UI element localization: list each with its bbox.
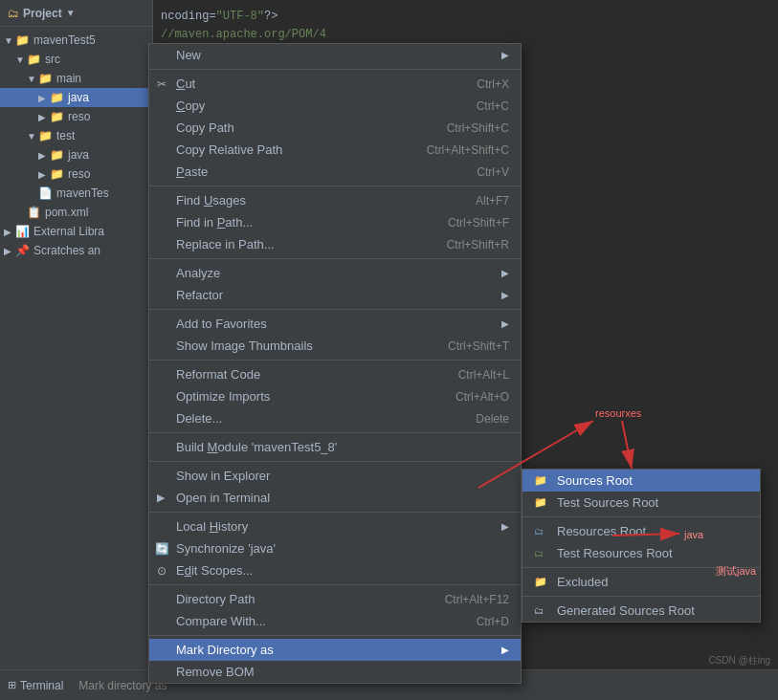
menu-item-show-explorer[interactable]: Show in Explorer [149,465,521,487]
menu-item-open-terminal[interactable]: ▶ Open in Terminal [149,487,521,509]
delete-shortcut: Delete [476,412,509,426]
tree-item-resources[interactable]: ▶ 📁 reso [0,107,152,126]
watermark-text: CSDN @柱ing [708,655,770,666]
submenu-item-sources-root[interactable]: 📁 Sources Root [522,470,760,492]
tree-item-java-test[interactable]: ▶ 📁 java [0,145,152,164]
menu-item-directory-path-label: Directory Path [176,592,255,606]
menu-arrow-new: ▶ [501,50,509,60]
menu-item-copy-path-label: Copy Path [176,120,234,135]
separator-7 [149,461,521,462]
submenu-separator-1 [522,516,760,517]
menu-item-delete[interactable]: Delete... Delete [149,407,521,429]
menu-item-remove-bom-label: Remove BOM [176,665,255,679]
sidebar-panel: 🗂 Project ▼ ▼ 📁 mavenTest5 ▼ 📁 [0,0,153,700]
separator-2 [149,186,521,186]
copy-shortcut: Ctrl+C [477,99,509,113]
menu-item-copy[interactable]: Copy Ctrl+C [149,95,521,117]
submenu-sources-root-label: Sources Root [557,473,633,488]
menu-item-delete-label: Delete... [176,411,222,426]
generated-sources-icon: 🗂 [534,605,549,616]
submenu-item-test-resources[interactable]: 🗂 Test Resources Root [522,542,760,564]
menu-item-local-history[interactable]: Local History ▶ [149,515,521,537]
menu-item-optimize-imports[interactable]: Optimize Imports Ctrl+Alt+O [149,385,521,407]
terminal-label: Terminal [20,679,63,692]
menu-item-find-usages[interactable]: Find Usages Alt+F7 [149,189,521,211]
menu-item-new[interactable]: New ▶ [149,44,521,66]
menu-item-copy-path[interactable]: Copy Path Ctrl+Shift+C [149,117,521,139]
terminal-icon-bottom: ⊞ [8,679,16,691]
menu-item-open-terminal-label: Open in Terminal [176,491,270,505]
menu-item-reformat-label: Reformat Code [176,367,260,382]
dropdown-icon: ▼ [66,8,76,18]
separator-10 [149,635,521,636]
menu-item-analyze[interactable]: Analyze ▶ [149,262,521,284]
tree-item-main[interactable]: ▼ 📁 main [0,69,152,88]
menu-item-build-module[interactable]: Build Module 'mavenTest5_8' [149,436,521,458]
separator-4 [149,309,521,310]
paste-shortcut: Ctrl+V [477,165,509,179]
separator-1 [149,69,521,70]
menu-item-new-label: New [176,48,201,62]
menu-item-show-thumbnails[interactable]: Show Image Thumbnails Ctrl+Shift+T [149,335,521,357]
menu-item-find-usages-label: Find Usages [176,193,246,208]
menu-item-compare-label: Compare With... [176,614,266,628]
menu-item-copy-relative[interactable]: Copy Relative Path Ctrl+Alt+Shift+C [149,139,521,161]
maventest-label: mavenTes [56,186,109,200]
pomxml-label: pom.xml [45,206,88,219]
separator-9 [149,584,521,585]
tree-item-pomxml[interactable]: ▶ 📋 pom.xml [0,203,152,222]
directory-path-shortcut: Ctrl+Alt+F12 [445,593,509,606]
menu-item-show-explorer-label: Show in Explorer [176,469,270,483]
menu-item-compare-with[interactable]: Compare With... Ctrl+D [149,610,521,632]
submenu-item-resources-root[interactable]: 🗂 Resources Root [522,520,760,542]
menu-item-cut[interactable]: ✂ Cut Ctrl+X [149,73,521,95]
terminal-icon: ▶ [157,492,165,504]
menu-item-find-in-path[interactable]: Find in Path... Ctrl+Shift+F [149,211,521,233]
terminal-tab[interactable]: ⊞ Terminal [8,679,63,692]
menu-item-edit-scopes[interactable]: ⊙ Edit Scopes... [149,559,521,581]
copy-path-shortcut: Ctrl+Shift+C [447,121,509,135]
find-usages-shortcut: Alt+F7 [476,194,509,208]
tree-item-test[interactable]: ▼ 📁 test [0,126,152,145]
menu-item-reformat[interactable]: Reformat Code Ctrl+Alt+L [149,363,521,385]
reso-test-label: reso [68,167,90,181]
menu-item-add-favorites[interactable]: Add to Favorites ▶ [149,313,521,335]
code-line-1: ncoding="UTF-8"?> [161,8,770,26]
menu-arrow-analyze: ▶ [501,268,509,278]
menu-item-refactor-label: Refactor [176,288,223,302]
menu-item-directory-path[interactable]: Directory Path Ctrl+Alt+F12 [149,588,521,610]
separator-5 [149,360,521,361]
menu-item-remove-bom[interactable]: Remove BOM [149,661,521,683]
tree-item-maventest[interactable]: ▶ 📄 mavenTes [0,184,152,203]
menu-item-replace-in-path[interactable]: Replace in Path... Ctrl+Shift+R [149,233,521,255]
sidebar-title: Project [23,7,62,20]
submenu-generated-sources-label: Generated Sources Root [557,603,695,618]
menu-item-synchronize[interactable]: 🔄 Synchronize 'java' [149,537,521,559]
sidebar-header: 🗂 Project ▼ [0,0,152,27]
menu-item-mark-directory-label: Mark Directory as [176,643,274,657]
menu-arrow-refactor: ▶ [501,290,509,300]
submenu-item-generated-sources[interactable]: 🗂 Generated Sources Root [522,600,760,622]
tree-item-java-main[interactable]: ▶ 📁 java [0,88,152,107]
sync-icon: 🔄 [155,542,169,556]
tree-item-scratches[interactable]: ▶ 📌 Scratches an [0,241,152,260]
menu-item-local-history-label: Local History [176,519,248,534]
submenu-item-excluded[interactable]: 📁 Excluded [522,571,760,593]
submenu-item-test-sources[interactable]: 📁 Test Sources Root [522,492,760,514]
menu-arrow-favorites: ▶ [501,318,509,329]
menu-item-mark-directory[interactable]: Mark Directory as ▶ [149,639,521,661]
tree-item-project[interactable]: ▼ 📁 mavenTest5 [0,31,152,50]
scratches-label: Scratches an [33,244,100,257]
menu-item-paste[interactable]: Paste Ctrl+V [149,161,521,183]
ext-libs-label: External Libra [33,225,104,238]
ide-background: ncoding="UTF-8"?> //maven.apache.org/POM… [0,0,778,700]
java-main-label: java [68,91,89,104]
menu-item-refactor[interactable]: Refactor ▶ [149,284,521,306]
cut-shortcut: Ctrl+X [477,77,509,91]
java-test-label: java [68,148,89,162]
project-icon: 🗂 [8,7,19,20]
menu-arrow-history: ▶ [501,521,509,532]
tree-item-ext-libs[interactable]: ▶ 📊 External Libra [0,222,152,241]
tree-item-src[interactable]: ▼ 📁 src [0,50,152,69]
tree-item-reso-test[interactable]: ▶ 📁 reso [0,164,152,184]
